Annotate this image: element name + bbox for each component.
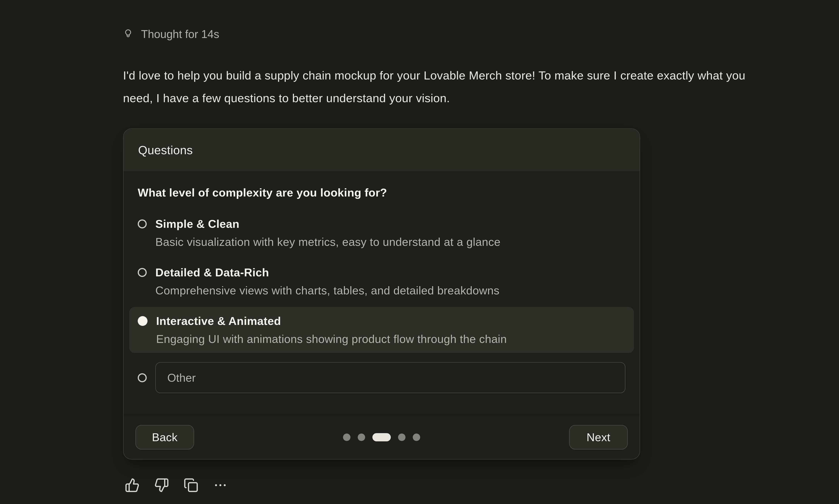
radio-unselected-icon[interactable] (138, 268, 147, 277)
assistant-message-text: I'd love to help you build a supply chai… (123, 64, 754, 110)
questions-card: Questions What level of complexity are y… (123, 128, 640, 460)
next-button[interactable]: Next (569, 425, 628, 450)
copy-button[interactable] (183, 478, 199, 493)
back-button[interactable]: Back (135, 425, 194, 450)
pagination-dot-active (372, 433, 391, 442)
questions-card-body: What level of complexity are you looking… (124, 171, 640, 415)
option-label: Detailed & Data-Rich (155, 265, 500, 280)
option-description: Basic visualization with key metrics, ea… (155, 234, 501, 249)
option-description: Engaging UI with animations showing prod… (156, 331, 507, 346)
option-detailed-data-rich[interactable]: Detailed & Data-Rich Comprehensive views… (129, 258, 634, 305)
option-text: Detailed & Data-Rich Comprehensive views… (155, 265, 500, 298)
questions-card-footer: Back Next (124, 415, 640, 459)
card-title: Questions (138, 143, 193, 157)
radio-unselected-icon[interactable] (138, 373, 147, 382)
option-label: Simple & Clean (155, 216, 501, 231)
option-simple-clean[interactable]: Simple & Clean Basic visualization with … (129, 210, 634, 256)
thumbs-up-icon (125, 478, 140, 493)
message-actions (123, 478, 769, 493)
more-options-button[interactable] (213, 478, 228, 493)
option-interactive-animated[interactable]: Interactive & Animated Engaging UI with … (129, 307, 634, 353)
questions-card-header: Questions (124, 129, 640, 171)
chat-message-region: Thought for 14s I'd love to help you bui… (123, 0, 769, 493)
option-text: Simple & Clean Basic visualization with … (155, 216, 501, 249)
thumbs-down-icon (154, 478, 169, 493)
radio-selected-icon[interactable] (138, 316, 147, 326)
pagination-dot (358, 434, 365, 441)
option-description: Comprehensive views with charts, tables,… (155, 283, 500, 298)
other-input[interactable] (155, 362, 626, 393)
option-other[interactable] (129, 356, 634, 400)
copy-icon (183, 478, 198, 493)
thumbs-up-button[interactable] (125, 478, 140, 493)
pagination-dot (398, 434, 405, 441)
thought-label: Thought for 14s (141, 27, 219, 41)
lightbulb-icon (123, 29, 133, 39)
option-text: Interactive & Animated Engaging UI with … (156, 313, 507, 346)
pagination-dots (343, 433, 420, 442)
ellipsis-icon (213, 478, 228, 493)
radio-unselected-icon[interactable] (138, 219, 147, 229)
pagination-dot (413, 434, 420, 441)
question-text: What level of complexity are you looking… (138, 185, 626, 200)
pagination-dot (343, 434, 350, 441)
option-label: Interactive & Animated (156, 313, 507, 328)
options-list: Simple & Clean Basic visualization with … (138, 210, 626, 400)
thought-toggle[interactable]: Thought for 14s (123, 27, 219, 41)
thumbs-down-button[interactable] (154, 478, 169, 493)
